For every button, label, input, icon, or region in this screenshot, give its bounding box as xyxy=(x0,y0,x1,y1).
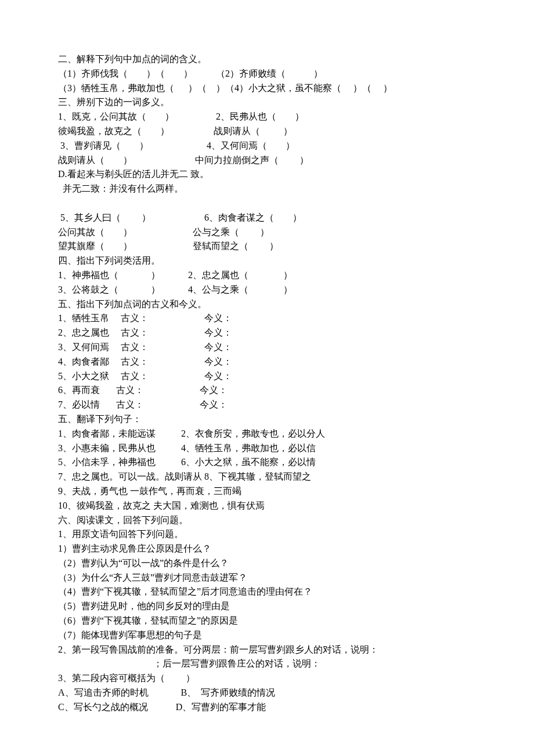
q2-line1: （1）齐师伐我（ ）（ ） （2）齐师败绩（ ） xyxy=(58,67,476,81)
tr-4: 7、忠之属也。可以一战。战则请从 8、下视其辙，登轼而望之 xyxy=(58,470,476,484)
q6-1-3: （3）为什么“齐人三鼓”曹刿才同意击鼓进军？ xyxy=(58,571,476,585)
section-6-title: 六、阅读课文，回答下列问题。 xyxy=(58,513,476,528)
q6-1-7: （7）能体现曹刿军事思想的句子是 xyxy=(58,628,476,643)
q6-2b: ；后一层写曹刿跟鲁庄公的对话，说明： xyxy=(58,657,476,671)
section-5-title: 五、指出下列加点词的古义和今义。 xyxy=(58,297,476,312)
q4-l1: 1、神弗福也（ ） 2、忠之属也（ ） xyxy=(58,268,476,283)
s3-d2: 并无二致：并没有什么两样。 xyxy=(58,182,476,196)
q3-3c: 望其旗靡（ ） 登轼而望之（ ） xyxy=(58,239,476,254)
q5-r1: 1、牺牲玉帛 古义： 今义： xyxy=(58,311,476,326)
tr-2: 3、小惠未徧，民弗从也 4、牺牲玉帛，弗敢加也，必以信 xyxy=(58,441,476,456)
q2-line2: （3）牺牲玉帛，弗敢加也（ ）（ ）（4）小大之狱，虽不能察（ ）（ ） xyxy=(58,81,476,96)
document-page: 二、解释下列句中加点的词的含义。 （1）齐师伐我（ ）（ ） （2）齐师败绩（ … xyxy=(0,0,534,756)
q5-r5: 5、小大之狱 古义： 今义： xyxy=(58,369,476,384)
q6-3-optA: A、写追击齐师的时机 B、 写齐师败绩的情况 xyxy=(58,686,476,700)
section-5b-title: 五、翻译下列句子： xyxy=(58,412,476,427)
q5-r3: 3、又何间焉 古义： 今义： xyxy=(58,340,476,355)
q3-2b: 战则请从（ ） 中间力拉崩倒之声（ ） xyxy=(58,153,476,168)
s3-d1: D.看起来与剃头匠的活儿并无二 致。 xyxy=(58,167,476,182)
q6-1-1: 1）曹刿主动求见鲁庄公原因是什么？ xyxy=(58,542,476,556)
q6-3: 3、第二段内容可概括为（ ） xyxy=(58,671,476,686)
q4-l2: 3、公将鼓之（ ） 4、公与之乘（ ） xyxy=(58,283,476,297)
q6-1-6: （6）曹刿“下视其辙，登轼而望之”的原因是 xyxy=(58,614,476,628)
q5-r2: 2、忠之属也 古义： 今义： xyxy=(58,326,476,340)
blank-line xyxy=(58,196,476,211)
q5-r7: 7、必以情 古义： 今义： xyxy=(58,398,476,412)
q6-1-4: （4）曹刿“下视其辙，登轼而望之”后才同意追击的理由何在？ xyxy=(58,585,476,599)
q3-2a: 3、曹刿请见（ ） 4、又何间焉（ ） xyxy=(58,139,476,153)
tr-3: 5、小信未孚，神弗福也 6、小大之狱，虽不能察，必以情 xyxy=(58,455,476,470)
q6-1-2: （2）曹刿认为“可以一战”的条件是什么？ xyxy=(58,556,476,571)
section-4-title: 四、指出下列词类活用。 xyxy=(58,254,476,268)
q6-2a: 2、第一段写鲁国战前的准备。可分两层：前一层写曹刿跟乡人的对话，说明： xyxy=(58,643,476,657)
tr-5: 9、夫战，勇气也 一鼓作气，再而衰，三而竭 xyxy=(58,484,476,499)
q6-3-optC: C、写长勺之战的概况 D、写曹刿的军事才能 xyxy=(58,700,476,715)
section-2-title: 二、解释下列句中加点的词的含义。 xyxy=(58,52,476,67)
q5-r4: 4、肉食者鄙 古义： 今义： xyxy=(58,355,476,369)
tr-6: 10、彼竭我盈，故克之 夫大国，难测也，惧有伏焉 xyxy=(58,499,476,513)
section-3-title: 三、辨别下边的一词多义。 xyxy=(58,95,476,110)
q3-1a: 1、既克，公问其故（ ） 2、民弗从也（ ） xyxy=(58,110,476,124)
q3-1b: 彼竭我盈，故克之（ ） 战则请从（ ） xyxy=(58,124,476,139)
tr-1: 1、肉食者鄙，未能远谋 2、衣食所安，弗敢专也，必以分人 xyxy=(58,427,476,441)
q5-r6: 6、再而衰 古义： 今义： xyxy=(58,383,476,398)
q6-1: 1、用原文语句回答下列问题。 xyxy=(58,527,476,542)
q3-3b: 公问其故（ ） 公与之乘（ ） xyxy=(58,225,476,240)
q3-3a: 5、其乡人曰（ ） 6、肉食者谋之（ ） xyxy=(58,211,476,225)
q6-1-5: （5）曹刿进见时，他的同乡反对的理由是 xyxy=(58,599,476,614)
